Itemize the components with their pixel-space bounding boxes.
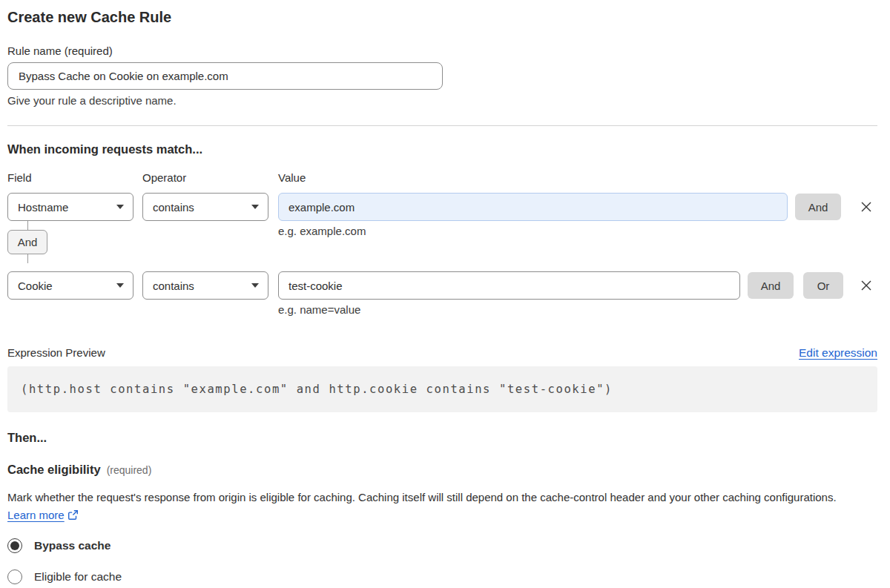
close-icon bbox=[860, 200, 873, 214]
rule-name-label: Rule name (required) bbox=[7, 44, 877, 58]
operator-select-value: contains bbox=[153, 280, 194, 292]
operator-select[interactable]: contains bbox=[142, 193, 268, 221]
required-note: (required) bbox=[107, 464, 152, 476]
edit-expression-link[interactable]: Edit expression bbox=[799, 346, 877, 360]
field-select[interactable]: Hostname bbox=[7, 193, 134, 221]
add-and-condition-button[interactable]: And bbox=[795, 194, 841, 220]
cache-eligibility-heading: Cache eligibility (required) bbox=[7, 463, 877, 477]
connector-line bbox=[27, 221, 28, 230]
then-heading: Then... bbox=[7, 431, 877, 445]
connector-band: And e.g. example.com bbox=[7, 221, 877, 263]
value-input[interactable] bbox=[278, 271, 740, 300]
builder-column-labels: Field Operator Value bbox=[7, 171, 877, 185]
close-icon bbox=[860, 279, 873, 292]
cache-option-1[interactable]: Eligible for cache bbox=[7, 569, 877, 585]
chevron-down-icon bbox=[116, 283, 124, 288]
rule-name-helper: Give your rule a descriptive name. bbox=[7, 94, 877, 108]
connector-and-badge[interactable]: And bbox=[7, 230, 47, 254]
value-column-label: Value bbox=[278, 171, 306, 185]
rule-name-input[interactable] bbox=[7, 62, 443, 90]
expression-preview-label: Expression Preview bbox=[7, 346, 105, 360]
field-select-value: Cookie bbox=[18, 280, 53, 292]
add-and-condition-button[interactable]: And bbox=[748, 272, 794, 299]
field-column-label: Field bbox=[7, 171, 142, 185]
operator-column-label: Operator bbox=[142, 171, 278, 185]
create-cache-rule-page: Create new Cache Rule Rule name (require… bbox=[0, 8, 890, 588]
cache-eligibility-title: Cache eligibility bbox=[7, 463, 101, 477]
remove-condition-button[interactable] bbox=[857, 197, 876, 217]
field-select[interactable]: Cookie bbox=[7, 271, 134, 300]
value-hint: e.g. name=value bbox=[278, 303, 877, 317]
page-title: Create new Cache Rule bbox=[7, 8, 877, 26]
cache-eligibility-description: Mark whether the request's response from… bbox=[7, 489, 860, 526]
condition-row: Hostname contains And bbox=[7, 193, 877, 221]
condition-row: Cookie contains And Or bbox=[7, 271, 877, 300]
remove-condition-button[interactable] bbox=[857, 276, 876, 295]
chevron-down-icon bbox=[116, 205, 124, 209]
expression-header: Expression Preview Edit expression bbox=[7, 346, 877, 360]
chevron-down-icon bbox=[251, 283, 259, 288]
connector-line bbox=[27, 254, 28, 263]
operator-select[interactable]: contains bbox=[142, 271, 268, 300]
cache-option-0[interactable]: Bypass cache bbox=[7, 538, 877, 554]
value-hint: e.g. example.com bbox=[278, 225, 366, 238]
field-select-value: Hostname bbox=[18, 201, 68, 214]
description-text: Mark whether the request's response from… bbox=[7, 491, 837, 503]
radio-button-icon[interactable] bbox=[7, 538, 22, 553]
learn-more-link[interactable]: Learn more bbox=[7, 509, 65, 521]
section-divider bbox=[7, 125, 877, 126]
radio-button-icon[interactable] bbox=[7, 569, 22, 584]
add-or-condition-button[interactable]: Or bbox=[803, 272, 843, 299]
expression-code-block: (http.host contains "example.com" and ht… bbox=[7, 366, 877, 412]
chevron-down-icon bbox=[251, 205, 259, 209]
operator-select-value: contains bbox=[153, 201, 194, 214]
match-heading: When incoming requests match... bbox=[7, 142, 877, 156]
external-link-icon bbox=[67, 508, 79, 526]
radio-option-label: Bypass cache bbox=[34, 539, 111, 552]
value-input[interactable] bbox=[278, 193, 788, 221]
radio-option-label: Eligible for cache bbox=[34, 570, 122, 584]
